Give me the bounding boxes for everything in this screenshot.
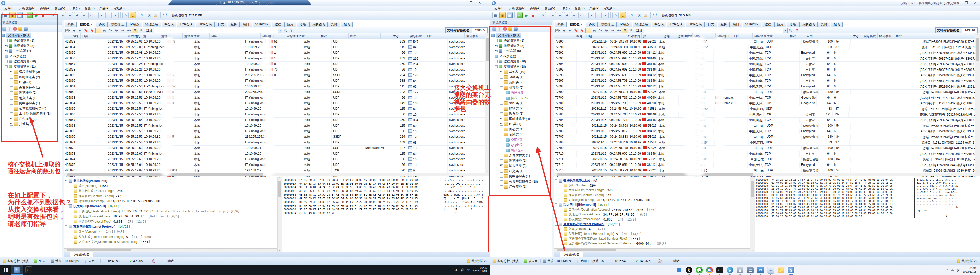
packet-row[interactable]: 4258722023/11/1509:25:12.59587400010.10.…	[64, 145, 485, 151]
packet-row[interactable]: 4258642023/11/1509:25:12.53870300010.10.…	[64, 101, 485, 106]
new-project-icon[interactable]: ▤	[2, 12, 8, 18]
tree-item[interactable]: 杀毒防护类 (1)	[0, 85, 62, 90]
view-tab[interactable]: 物理端点	[598, 22, 617, 27]
tree-item[interactable]: BT类 (1)	[490, 122, 552, 127]
expander-icon[interactable]	[495, 50, 498, 52]
bookmark-icon[interactable]: 🔖	[579, 27, 585, 33]
expander-icon[interactable]	[10, 97, 13, 100]
decode-row[interactable]: 协议类型[Protocol Type] 0x800 (IP) [12/2]	[554, 217, 750, 222]
close-button[interactable]: ✕	[973, 1, 978, 5]
expander-icon[interactable]	[500, 175, 503, 178]
packet-row[interactable]: 4258742023/11/1509:25:12.63214900010.10.…	[64, 157, 485, 163]
column-header[interactable]: 目标	[210, 33, 261, 39]
tree-item[interactable]: 协议浏览器 (1)	[0, 38, 62, 44]
taskbar-qq-icon[interactable]: 🐧	[685, 266, 693, 274]
decode-row[interactable]: 头部长度[Internet Header Length] 5 (20) [14/…	[554, 231, 750, 236]
left-system-tray[interactable]: ⌃ 🖧 🔊 中 09:25 2023/11/15	[449, 266, 490, 273]
next-packet-icon[interactable]: ▶	[567, 27, 573, 33]
tree-item[interactable]: 新闻类 (2)	[490, 80, 552, 85]
taskbar-snip-icon[interactable]: ⧉	[757, 266, 764, 274]
open-icon[interactable]: ▣	[10, 12, 16, 18]
copy-icon[interactable]: ⎘	[636, 13, 642, 18]
expander-icon[interactable]	[495, 65, 498, 68]
packet-row[interactable]: 4258602023/11/1509:25:12.50523100010.10.…	[64, 78, 485, 84]
minimize-button[interactable]: —	[460, 1, 465, 5]
view-tab[interactable]: 应用	[284, 22, 296, 27]
decode-row[interactable]: 区分服务字段[Differentiated Services Field] [1…	[64, 239, 277, 245]
packet-row[interactable]: 4258692023/11/1509:25:12.56390000010.10.…	[64, 129, 485, 134]
packet-row[interactable]: 776912023/11/1509:24:58.68392300010.10.9…	[554, 45, 975, 51]
export-icon[interactable]: ⮌	[130, 12, 136, 18]
tree-item[interactable]: 应用浏览器 (18)	[490, 64, 552, 70]
view-tab[interactable]: 诊断	[297, 22, 309, 27]
tree-item[interactable]: 社交类 (1)	[490, 169, 552, 174]
view-tab[interactable]: 报表	[341, 22, 353, 27]
bookmark-icon[interactable]: 🔖	[89, 27, 95, 33]
tree-item[interactable]: 网络存储类 (1)	[490, 174, 552, 179]
help-icon[interactable]: ❓	[289, 27, 294, 33]
column-header[interactable]: 协议	[788, 33, 805, 39]
packet-row[interactable]: 777002023/11/1509:24:58.73690500010.10.9…	[554, 95, 975, 101]
highlight-icon[interactable]: 🗚▾	[616, 27, 622, 33]
column-header[interactable]: 协议	[319, 33, 348, 39]
table-horizontal-scrollbar[interactable]	[64, 173, 490, 177]
packet-row[interactable]: 776982023/11/1509:24:58.71450600010.10.9…	[554, 84, 975, 90]
tree-item[interactable]: 购物类 (2)	[490, 106, 552, 111]
analysis-settings-icon[interactable]: ⚙	[50, 12, 56, 18]
tree-toggle-icon[interactable]: 🖽	[622, 27, 628, 33]
tree-item[interactable]: 全民K歌	[490, 137, 552, 142]
search-icon[interactable]: 🔍	[283, 27, 288, 33]
taskbar-edge-icon[interactable]: e	[726, 266, 734, 274]
start-capture-icon[interactable]: ▶	[524, 13, 529, 18]
next-packet-icon[interactable]: ▶	[77, 27, 83, 33]
decode-row[interactable]: 时间戳[Timestamp] 2023/11/15 09:18:58.89305…	[64, 199, 277, 204]
restore-button[interactable]: ❐	[964, 1, 969, 5]
packet-row[interactable]: 4258532023/11/1509:25:12.06712400010.10.…	[64, 39, 485, 45]
packet-row[interactable]: 777072023/11/1509:24:58.83374500010.10.9…	[554, 134, 975, 140]
view-tab[interactable]: UDP会话	[196, 22, 215, 27]
view-tab[interactable]: IP端点	[617, 22, 632, 27]
tree-item[interactable]: 物理浏览器 (3)	[0, 43, 62, 49]
column-header[interactable]: 实际负载	[861, 33, 878, 39]
add-table-icon[interactable]	[492, 27, 496, 30]
tree-item[interactable]: 进程浏览器 (16)	[490, 59, 552, 65]
collapse-icon[interactable]	[555, 204, 557, 206]
column-header[interactable]: 目标地理位置	[285, 33, 319, 39]
packet-row[interactable]: 777022023/11/1509:24:58.74100200010.10.9…	[554, 106, 975, 112]
expander-icon[interactable]	[10, 76, 13, 79]
auto-scroll-icon[interactable]: ⇊	[628, 27, 634, 33]
tree-toggle-icon[interactable]: 🖽	[132, 27, 138, 33]
packet-row[interactable]: 4258682023/11/1509:25:12.558377000IT-Yin…	[64, 123, 485, 129]
view-tab[interactable]: 概要	[555, 22, 566, 27]
tree-item[interactable]: 金融类 (1)	[490, 74, 552, 80]
view-tab[interactable]: IP端点	[127, 22, 142, 27]
filter-icon[interactable]	[498, 27, 501, 30]
pie-icon[interactable]	[13, 27, 17, 30]
view-tab[interactable]: 概要	[65, 22, 76, 27]
expander-icon[interactable]	[500, 86, 503, 89]
packet-player-icon[interactable]: ✱	[67, 12, 73, 18]
column-header[interactable]: 源地理位置	[183, 33, 210, 39]
packet-row[interactable]: 776942023/11/1509:24:58.69844500010.10.9…	[554, 62, 975, 67]
tree-item[interactable]: BT类 (1)	[0, 80, 62, 85]
view-tab[interactable]: VoIP呼叫	[743, 22, 761, 27]
export-packets-icon[interactable]: 💾▾	[65, 27, 70, 33]
column-header[interactable]: 绝对时间	[103, 33, 142, 39]
tree-item[interactable]: 广告商类 (1)	[490, 184, 552, 190]
network-icon[interactable]: 🖧	[951, 269, 954, 272]
tree-item[interactable]: 浏览器类 (2)	[0, 90, 62, 96]
decode-row[interactable]: 数据包长度[Packet Length] 343	[554, 188, 750, 193]
packet-row[interactable]: 4258552023/11/1509:25:12.08081500010.10.…	[64, 51, 485, 56]
view-tab[interactable]: 服务	[718, 22, 730, 27]
tree-item[interactable]: VoIP浏览器	[490, 54, 552, 59]
decode-row[interactable]: 互联网协议[Internet Protocol] [14/20]	[64, 224, 277, 229]
column-header[interactable]: 实际负载	[401, 33, 424, 39]
tree-item[interactable]: 抖音_TikTok	[490, 95, 552, 101]
expander-icon[interactable]	[495, 39, 498, 42]
export-icon[interactable]: ⮌	[620, 12, 626, 18]
expander-icon[interactable]	[10, 123, 13, 125]
decode-row[interactable]: 以太网 - II[Ethernet - II] [0/14]	[64, 204, 277, 209]
tree-item[interactable]: 其他类 (1)	[0, 122, 62, 127]
column-header[interactable]: 编号	[554, 33, 584, 39]
packet-row[interactable]: 777102023/11/1509:24:58.90233400010.10.9…	[554, 151, 975, 157]
